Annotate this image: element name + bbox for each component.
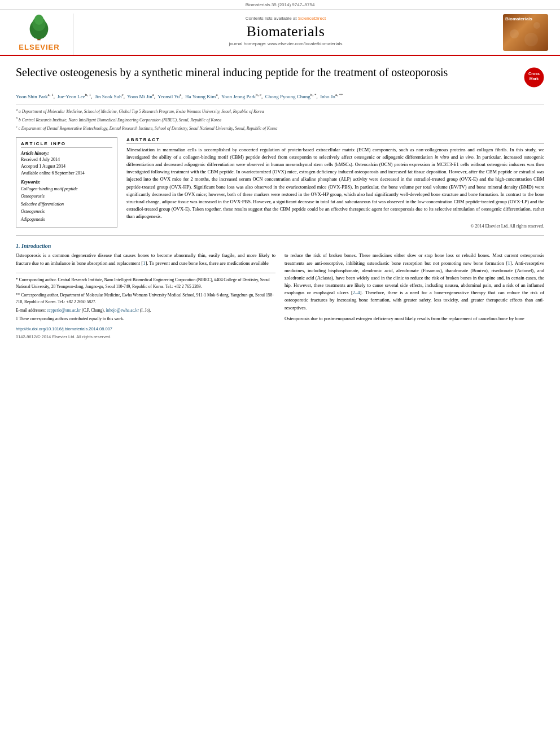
ref-2-4[interactable]: 2–4	[353, 290, 360, 295]
author-jue-yeon-lee[interactable]: Jue-Yeon Lee	[57, 94, 85, 99]
keywords-list: Collagen-binding motif peptide Osteoporo…	[21, 185, 112, 224]
crossmark-badge[interactable]: Cross Mark	[524, 67, 544, 88]
sciencedirect-link[interactable]: ScienceDirect	[298, 16, 326, 21]
section-divider	[16, 235, 544, 236]
footnote-equal: 1 These corresponding authors contribute…	[16, 316, 275, 322]
svg-point-5	[524, 33, 538, 46]
keyword-2: Osteoporosis	[21, 193, 112, 200]
intro-right-text-2: Osteoporosis due to postmenopausal estro…	[285, 315, 544, 322]
ref-1-left[interactable]: 1	[143, 260, 145, 266]
abstract-column: ABSTRACT Mineralization in mammalian cel…	[126, 137, 544, 229]
svg-text:Mark: Mark	[530, 77, 539, 81]
ref-1-right[interactable]: 1	[508, 260, 510, 266]
author-ha-young-kim[interactable]: Ha Young Kim	[185, 94, 216, 99]
author-chong-pyoung-chung[interactable]: Chong Pyoung Chung	[265, 94, 310, 99]
affiliations: a a Department of Molecular Medicine, Sc…	[16, 104, 544, 131]
journal-header: ELSEVIER Contents lists available at Sci…	[0, 10, 560, 56]
intro-left-text: Osteoporosis is a common degenerative di…	[16, 252, 275, 267]
svg-point-3	[34, 15, 43, 25]
doi-line[interactable]: http://dx.doi.org/10.1016/j.biomaterials…	[16, 326, 275, 333]
main-content: Selective osteogenesis by a synthetic mi…	[0, 56, 560, 350]
footnote-corresponding1: * Corresponding author. Central Research…	[16, 277, 275, 290]
abstract-label: ABSTRACT	[126, 137, 544, 144]
page-wrapper: Biomaterials 35 (2014) 9747–9754 ELSEVIE…	[0, 0, 560, 747]
keyword-1: Collagen-binding motif peptide	[21, 185, 112, 193]
email-jo[interactable]: inhojo@ewha.ac.kr	[106, 308, 139, 313]
author-jin-sook-suh[interactable]: Jin Sook Suh	[95, 94, 122, 99]
affil-b: b b Central Research Institute, Nano Int…	[16, 115, 544, 123]
intro-right-col: to reduce the risk of broken bones. Thes…	[285, 252, 544, 340]
journal-center: Contents lists available at ScienceDirec…	[73, 14, 498, 55]
bio-logo-image: Biomaterials	[503, 14, 548, 51]
available-date: Available online 6 September 2014	[21, 170, 112, 177]
biomaterials-logo-area: Biomaterials	[498, 14, 549, 55]
contents-line: Contents lists available at ScienceDirec…	[246, 16, 326, 21]
abstract-text: Mineralization in mammalian cells is acc…	[126, 146, 544, 221]
affil-c: c c Department of Dental Regenerative Bi…	[16, 124, 544, 132]
article-title: Selective osteogenesis by a synthetic mi…	[16, 65, 518, 80]
author-yoon-mi-jin[interactable]: Yoon Mi Jin	[127, 94, 152, 99]
accepted-date: Accepted 1 August 2014	[21, 163, 112, 170]
article-title-section: Selective osteogenesis by a synthetic mi…	[16, 65, 544, 88]
elsevier-wordmark: ELSEVIER	[19, 43, 59, 51]
article-history-label: Article history:	[21, 151, 112, 156]
homepage-line: journal homepage: www.elsevier.com/locat…	[229, 41, 343, 46]
article-info-column: ARTICLE INFO Article history: Received 4…	[16, 137, 117, 229]
authors-line: Yoon Shin Parka, 1, Jue-Yeon Leeb, 1, Ji…	[16, 92, 544, 101]
meta-bar-text: Biomaterials 35 (2014) 9747–9754	[246, 2, 315, 7]
affil-a: a a Department of Molecular Medicine, Sc…	[16, 107, 544, 115]
intro-body: Osteoporosis is a common degenerative di…	[16, 252, 544, 340]
author-yeonsil-yu[interactable]: Yeonsil Yu	[158, 94, 180, 99]
article-info-box: ARTICLE INFO Article history: Received 4…	[16, 137, 117, 228]
article-info-abstract-section: ARTICLE INFO Article history: Received 4…	[16, 137, 544, 229]
issn-line: 0142-9612/© 2014 Elsevier Ltd. All right…	[16, 334, 275, 340]
keywords-label: Keywords:	[21, 180, 112, 185]
keyword-5: Adipogenesis	[21, 216, 112, 224]
svg-text:Cross: Cross	[528, 72, 540, 76]
author-yoon-jeong-park[interactable]: Yoon Jeong Park	[221, 94, 256, 99]
author-yoon-shin-park[interactable]: Yoon Shin Park	[16, 94, 48, 99]
author-inho-jo[interactable]: Inho Jo	[320, 94, 335, 99]
footnote-corresponding2: ** Corresponding author. Department of M…	[16, 292, 275, 305]
article-info-label: ARTICLE INFO	[21, 141, 112, 148]
intro-left-col: Osteoporosis is a common degenerative di…	[16, 252, 275, 340]
intro-right-text-1: to reduce the risk of broken bones. Thes…	[285, 252, 544, 311]
elsevier-logo: ELSEVIER	[19, 14, 59, 51]
footnotes-section: * Corresponding author. Central Research…	[16, 273, 275, 340]
keyword-4: Osteogenesis	[21, 208, 112, 216]
received-date: Received 4 July 2014	[21, 156, 112, 163]
crossmark-icon: Cross Mark	[524, 67, 544, 88]
svg-point-6	[533, 22, 540, 29]
copyright-line: © 2014 Elsevier Ltd. All rights reserved…	[126, 224, 544, 229]
svg-point-4	[510, 29, 519, 38]
elsevier-logo-area: ELSEVIER	[11, 14, 73, 55]
email-chung[interactable]: ccpperio@snu.ac.kr	[47, 308, 81, 313]
keyword-3: Selective differentiation	[21, 200, 112, 208]
intro-heading: 1. Introduction	[16, 243, 544, 249]
footnote-emails: E-mail addresses: ccpperio@snu.ac.kr (C.…	[16, 307, 275, 314]
article-meta-bar: Biomaterials 35 (2014) 9747–9754	[0, 0, 560, 10]
elsevier-tree-icon	[22, 14, 56, 42]
journal-title: Biomaterials	[247, 23, 325, 40]
